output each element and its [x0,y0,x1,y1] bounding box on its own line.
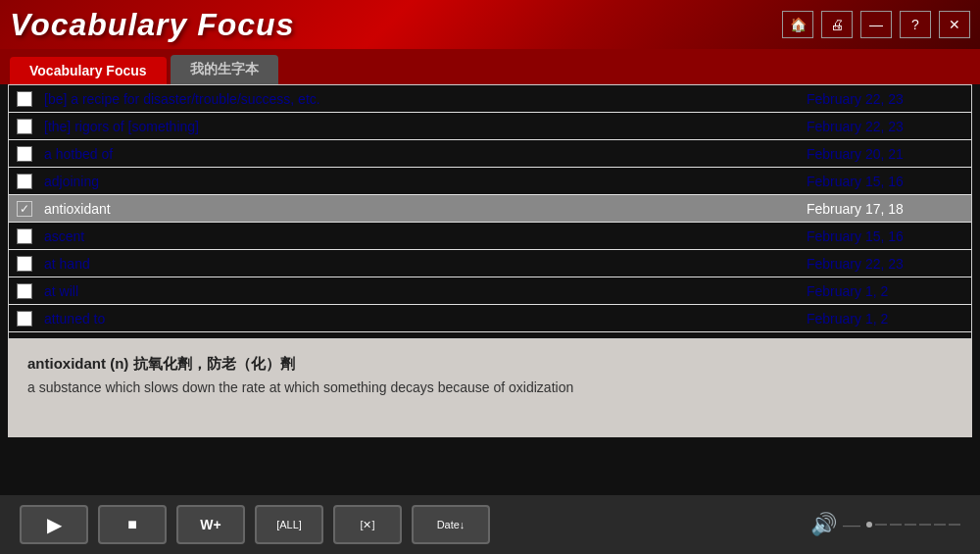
content-wrapper: [be] a recipe for disaster/trouble/succe… [8,84,972,437]
vocab-date: February 1, 2 [807,311,963,327]
vol-dash-1 [875,524,887,526]
list-item[interactable]: at will February 1, 2 [9,277,971,305]
checkbox[interactable] [17,228,32,244]
checkbox[interactable] [17,91,32,107]
checkbox[interactable] [17,174,32,189]
vocab-word: attuned to [44,311,807,327]
checkbox[interactable] [17,146,32,162]
vol-dash-2 [890,524,902,526]
vocab-date: February 22, 23 [807,91,963,107]
vocab-date: February 22, 23 [807,119,963,134]
all-button[interactable]: [ALL] [255,505,323,544]
tab-my-wordlist[interactable]: 我的生字本 [171,55,278,84]
tab-bar: Vocabulary Focus 我的生字本 [0,49,980,84]
list-item[interactable]: a hotbed of February 20, 21 [9,140,971,168]
definition-text: a substance which slows down the rate at… [27,379,953,395]
list-item[interactable]: [the] rigors of [something] February 22,… [9,113,971,140]
volume-separator: — [843,515,860,535]
checkbox[interactable] [17,283,32,299]
bottom-bar: ▶ ■ W+ [ALL] [✕] Date↓ 🔊 — [0,495,980,554]
list-item[interactable]: attuned to February 1, 2 [9,305,971,332]
vol-dash-3 [905,524,916,526]
vocab-word: at will [44,283,807,299]
vocab-word: [the] rigors of [something] [44,119,807,134]
volume-slider[interactable] [866,522,960,528]
list-item-selected[interactable]: ✓ antioxidant February 17, 18 [9,195,971,223]
volume-control[interactable]: 🔊 — [810,512,960,537]
minimize-icon[interactable]: — [860,11,892,38]
header-icons: 🏠 🖨 — ? ✕ [782,11,970,38]
stop-button[interactable]: ■ [98,505,167,544]
play-button[interactable]: ▶ [20,505,88,544]
vocab-date: February 20, 21 [807,146,963,162]
list-item[interactable]: adjoining February 15, 16 [9,168,971,195]
list-item[interactable]: be/get carried away February 13, 14 [9,332,971,339]
tab-vocabulary-focus[interactable]: Vocabulary Focus [10,57,167,84]
vol-dot-1 [866,522,872,528]
vocab-word: at hand [44,256,807,272]
vocab-date: February 15, 16 [807,174,963,189]
header-bar: Vocabulary Focus 🏠 🖨 — ? ✕ [0,0,980,49]
checkbox[interactable] [17,256,32,272]
vocab-word: antioxidant [44,201,807,217]
checkbox[interactable] [17,119,32,134]
vocab-date: February 1, 2 [807,283,963,299]
home-icon[interactable]: 🏠 [782,11,813,38]
shuffle-button[interactable]: [✕] [333,505,402,544]
app-window: Vocabulary Focus 🏠 🖨 — ? ✕ Vocabulary Fo… [0,0,980,554]
list-item[interactable]: [be] a recipe for disaster/trouble/succe… [9,85,971,113]
vocab-word: [be] a recipe for disaster/trouble/succe… [44,91,807,107]
checkbox[interactable] [17,311,32,327]
list-item[interactable]: at hand February 22, 23 [9,250,971,277]
vocab-word: adjoining [44,174,807,189]
definition-pos: (n) [110,355,128,372]
vocabulary-list[interactable]: [be] a recipe for disaster/trouble/succe… [8,84,972,339]
vocab-word: be/get carried away [44,338,807,340]
date-sort-button[interactable]: Date↓ [412,505,490,544]
vocab-date: February 13, 14 [807,338,963,340]
vocab-word: ascent [44,228,807,244]
checkbox[interactable] [17,338,32,340]
volume-icon: 🔊 [810,512,837,537]
word-plus-button[interactable]: W+ [176,505,245,544]
definition-translation: 抗氧化劑，防老（化）劑 [133,355,295,372]
print-icon[interactable]: 🖨 [821,11,853,38]
vol-dash-5 [934,524,946,526]
help-icon[interactable]: ? [900,11,931,38]
definition-area: antioxidant (n) 抗氧化劑，防老（化）劑 a substance … [8,339,972,437]
vol-dash-6 [949,524,960,526]
vol-dash-4 [919,524,931,526]
checkbox-checked[interactable]: ✓ [17,201,32,217]
close-icon[interactable]: ✕ [939,11,970,38]
vocab-date: February 15, 16 [807,228,963,244]
vocab-date: February 17, 18 [807,201,963,217]
app-title: Vocabulary Focus [10,7,294,43]
list-item[interactable]: ascent February 15, 16 [9,223,971,250]
vocab-word: a hotbed of [44,146,807,162]
vocab-date: February 22, 23 [807,256,963,272]
definition-title: antioxidant (n) 抗氧化劑，防老（化）劑 [27,355,953,374]
definition-word: antioxidant [27,355,106,372]
